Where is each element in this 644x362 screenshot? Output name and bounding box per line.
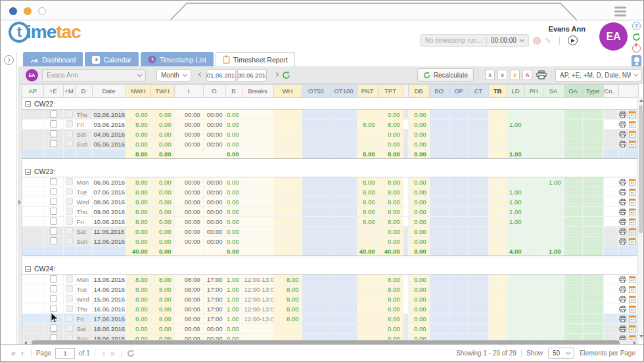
row-checkbox[interactable] (50, 120, 57, 127)
lightbulb-icon[interactable] (632, 55, 641, 67)
column-header-db[interactable]: DB (408, 85, 429, 98)
timesheet-row[interactable]: Tue07.06.20168.000.0000:0000:000.008.008… (22, 187, 638, 197)
scrollbar-thumb[interactable] (639, 105, 643, 233)
power-icon[interactable] (632, 44, 641, 53)
calendar-export-icon[interactable] (629, 218, 636, 225)
prev-period-button[interactable] (191, 74, 206, 76)
calendar-export-icon[interactable] (629, 121, 636, 128)
printer-icon[interactable] (619, 179, 626, 186)
row-checkbox[interactable] (50, 178, 57, 185)
timesheet-row[interactable]: Sat18.06.20160.000.0000:0000:000.000.000… (22, 324, 638, 334)
printer-icon[interactable] (619, 296, 626, 303)
timesheet-row[interactable]: Wed08.06.20168.000.0000:0000:000.008.008… (22, 197, 638, 207)
calendar-export-icon[interactable] (629, 296, 636, 303)
pdf-export-icon[interactable]: A (522, 70, 532, 80)
column-header-type[interactable]: Type (582, 85, 603, 98)
window-control-icon[interactable] (38, 7, 46, 15)
calendar-export-icon[interactable] (629, 179, 636, 186)
printer-icon[interactable] (619, 325, 626, 332)
page-size-select[interactable]: 50 (548, 348, 574, 359)
row-checkbox[interactable] (50, 198, 57, 205)
column-header-o[interactable]: O (203, 85, 225, 98)
tab-dashboard[interactable]: Dashboard (23, 52, 83, 66)
calendar-export-icon[interactable] (629, 189, 636, 196)
timesheet-row[interactable]: Tue14.06.20168.008.0008:0017:001.0012:00… (22, 284, 638, 294)
timesheet-row[interactable]: Mon13.06.20168.008.0008:0017:001.0012:00… (22, 275, 638, 284)
timestamp-status-box[interactable]: No timestamp run... 00:00:00 (420, 34, 529, 47)
printer-icon[interactable] (619, 121, 626, 128)
row-checkbox[interactable] (50, 140, 57, 147)
row-checkbox[interactable] (50, 285, 57, 292)
printer-icon[interactable] (619, 131, 626, 138)
printer-icon[interactable] (619, 198, 626, 206)
column-header-ph[interactable]: PH (524, 85, 543, 98)
prev-page-button[interactable]: ‹ (18, 349, 26, 358)
csv-export-icon[interactable]: c (510, 70, 520, 80)
edit-pencil-icon[interactable]: ✎ (545, 37, 551, 45)
calendar-export-icon[interactable] (629, 286, 636, 293)
column-header-ot50[interactable]: OT50 (302, 85, 331, 98)
column-header-i[interactable]: I (174, 85, 203, 98)
calendar-export-icon[interactable] (629, 198, 636, 206)
calendar-export-icon[interactable] (629, 238, 636, 245)
doc-export-icon[interactable]: e (497, 70, 507, 80)
column-header-ct[interactable]: CT (469, 85, 488, 98)
last-page-button[interactable]: » (108, 349, 118, 358)
printer-icon[interactable] (619, 286, 626, 293)
column-header-co[interactable]: Co... (603, 85, 618, 98)
print-button[interactable] (536, 70, 547, 79)
calendar-export-icon[interactable] (629, 228, 636, 235)
calendar-export-icon[interactable] (629, 276, 636, 283)
printer-icon[interactable] (619, 238, 626, 245)
column-header-ld[interactable]: LD (507, 85, 524, 98)
printer-icon[interactable] (619, 208, 626, 215)
row-checkbox[interactable] (50, 130, 57, 137)
tab-calendar[interactable]: 3 Calendar (85, 52, 139, 66)
printer-icon[interactable] (619, 228, 626, 235)
expand-sidebar-icon[interactable] (4, 55, 14, 65)
printer-icon[interactable] (619, 189, 626, 196)
row-checkbox[interactable] (50, 188, 57, 195)
calendar-export-icon[interactable] (629, 325, 636, 332)
next-period-button[interactable] (267, 74, 282, 76)
column-header-wh[interactable]: WH (273, 85, 302, 98)
row-checkbox[interactable] (50, 110, 57, 118)
column-header-ap[interactable]: AP (22, 85, 43, 98)
timesheet-row[interactable]: Thu09.06.20168.000.0000:0000:000.008.008… (22, 207, 638, 217)
calendar-export-icon[interactable] (629, 208, 636, 215)
window-control-icon[interactable] (24, 7, 32, 15)
column-header-breaks[interactable]: Breaks (242, 85, 273, 98)
collapsed-panel[interactable] (18, 66, 22, 344)
printer-icon[interactable] (619, 276, 626, 283)
vertical-scrollbar[interactable] (637, 97, 643, 340)
window-control-icon[interactable] (9, 7, 17, 15)
column-header-twh[interactable]: TWH (150, 85, 174, 98)
row-checkbox[interactable] (50, 227, 57, 235)
date-to-input[interactable] (237, 69, 267, 81)
panel-handle-icon[interactable] (18, 200, 21, 205)
stop-icon[interactable] (533, 37, 541, 45)
tab-timestamp-list[interactable]: Timestamp List (141, 52, 214, 66)
timesheet-row[interactable]: Fri10.06.20168.000.0000:0000:000.008.008… (22, 217, 638, 227)
first-page-button[interactable]: « (9, 349, 18, 358)
timesheet-row[interactable]: Thu16.06.20168.008.0008:0017:001.0012:00… (22, 304, 638, 314)
avatar[interactable]: EA (599, 22, 628, 51)
timesheet-row[interactable]: Fri03.06.20168.000.0000:0000:000.008.008… (22, 120, 638, 129)
row-checkbox[interactable] (50, 305, 57, 312)
calendar-export-icon[interactable] (629, 315, 636, 323)
play-button[interactable] (568, 35, 578, 45)
help-icon[interactable]: ? (632, 22, 641, 30)
column-header-sa[interactable]: SA (543, 85, 564, 98)
collapse-icon[interactable] (25, 266, 31, 272)
row-checkbox[interactable] (50, 217, 57, 225)
timesheet-row[interactable]: Sun12.06.20160.000.0000:0000:000.000.000… (22, 237, 638, 246)
user-select[interactable]: Evans Ann (42, 69, 146, 81)
timesheet-row[interactable]: Mon06.06.20168.000.0000:0000:000.008.008… (22, 177, 638, 187)
row-checkbox[interactable] (50, 275, 57, 283)
refresh-icon[interactable] (127, 350, 135, 357)
printer-icon[interactable] (619, 141, 626, 148)
period-select[interactable]: Month (156, 69, 191, 81)
timesheet-row[interactable]: Wed15.06.20168.008.0008:0017:001.0012:00… (22, 294, 638, 304)
column-header-b[interactable]: B (225, 85, 242, 98)
column-header-tb[interactable]: TB (488, 85, 507, 98)
